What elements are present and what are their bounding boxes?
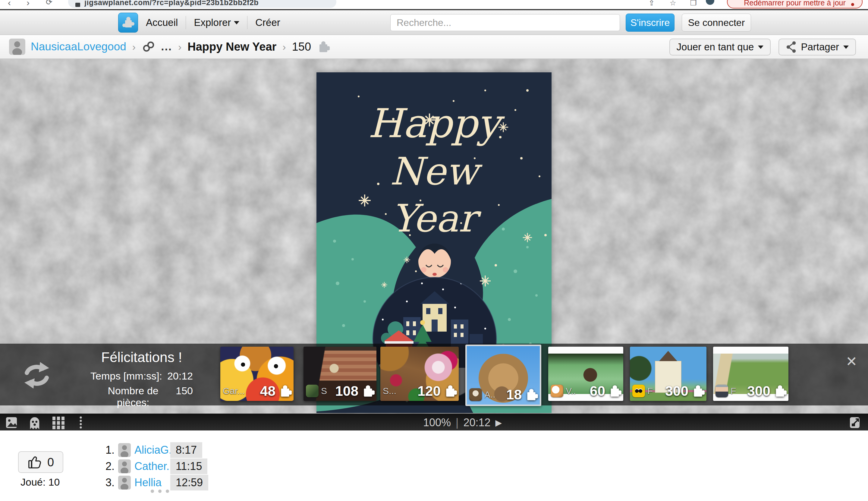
replay-icon[interactable]	[20, 360, 54, 390]
suggested-puzzle-thumb[interactable]: S... 120	[381, 347, 459, 401]
suggested-puzzle-thumb[interactable]: F 300	[630, 347, 706, 401]
thumb-piece-count: 18	[506, 386, 522, 403]
search-box	[390, 14, 620, 31]
breadcrumb-piece-count: 150	[292, 40, 311, 53]
browser-chrome: ‹ › ⟳ jigsawplanet.com/?rc=play&pid=23b1…	[0, 0, 868, 9]
lock-icon	[75, 3, 80, 7]
thumb-name: S	[321, 386, 327, 396]
nav-home-label: Accueil	[146, 17, 178, 28]
player-avatar	[118, 476, 131, 490]
breadcrumb-ellipsis[interactable]: ...	[161, 40, 172, 53]
rank: 1.	[103, 444, 115, 456]
thumb-piece-count: 108	[335, 383, 358, 399]
arrange-grid-icon[interactable]	[52, 416, 65, 429]
suggested-puzzle-thumb[interactable]: F 300	[713, 347, 789, 401]
player-name-link[interactable]: Hellia	[135, 476, 162, 489]
browser-tabs-icon[interactable]: ❐	[690, 0, 697, 7]
congrats-title: Félicitations !	[90, 349, 193, 365]
thumb-name: F	[731, 386, 736, 396]
user-avatar[interactable]	[9, 39, 25, 55]
more-options-icon[interactable]	[79, 416, 83, 430]
suggested-puzzle-thumb-selected[interactable]: A.. 18	[465, 344, 541, 406]
thumb-piece-count: 120	[417, 383, 441, 399]
background-image-icon[interactable]	[5, 416, 18, 429]
puzzle-piece-icon	[278, 384, 292, 398]
search-input[interactable]	[390, 14, 620, 31]
play-as-button[interactable]: Jouer en tant que	[669, 39, 771, 55]
like-count: 0	[47, 456, 54, 469]
breadcrumb-separator: ›	[282, 41, 286, 53]
nav-home[interactable]: Accueil	[146, 17, 178, 28]
thumb-name: A..	[484, 390, 495, 400]
thumb-author-avatar	[716, 385, 728, 397]
breadcrumb-album[interactable]: Happy New Year	[187, 40, 276, 53]
chevron-down-icon	[758, 45, 763, 49]
time-label: Temps [mm:ss]:	[90, 370, 162, 382]
zoom-level: 100%	[423, 416, 451, 429]
pieces-value: 150	[176, 385, 193, 408]
signup-button[interactable]: S'inscrire	[626, 13, 675, 32]
browser-update-button[interactable]: Redémarrer pour mettre à jour	[727, 0, 862, 9]
pieces-label: Nombre de pièces:	[90, 385, 176, 408]
suggested-puzzle-thumb[interactable]: Gar... 48	[220, 347, 293, 401]
browser-share-icon[interactable]: ⇪	[649, 0, 655, 7]
share-icon	[786, 41, 796, 53]
puzzle-info-footer: 0 Joué: 10 1. AliciaG... 8:17 2. Cather.…	[0, 430, 868, 501]
close-icon[interactable]: ✕	[846, 354, 857, 369]
nav-create-label: Créer	[255, 17, 280, 28]
leaderboard-row: 3. Hellia 12:59	[103, 476, 162, 490]
share-button[interactable]: Partager	[779, 39, 856, 55]
thumb-name: S...	[383, 386, 396, 396]
status-separator: |	[456, 416, 458, 429]
browser-reload-icon[interactable]: ⟳	[46, 0, 52, 7]
share-label: Partager	[801, 41, 839, 53]
fullscreen-icon[interactable]	[848, 416, 861, 429]
puzzle-piece-icon	[773, 384, 786, 398]
leaderboard-row: 1. AliciaG... 8:17	[103, 443, 178, 457]
time-value: 20:12	[167, 370, 193, 382]
congrats-panel: Félicitations ! Temps [mm:ss]:20:12 Nomb…	[90, 349, 193, 408]
suggested-puzzle-thumb[interactable]: S 108	[303, 347, 376, 401]
thumb-author-avatar	[469, 388, 482, 401]
site-navbar: Accueil Explorer Créer S'inscrire Se con…	[0, 9, 868, 35]
nav-create[interactable]: Créer	[255, 17, 280, 28]
address-bar[interactable]: jigsawplanet.com/?rc=play&pid=23b1b2bb2f…	[68, 0, 336, 8]
nav-explore[interactable]: Explorer	[194, 17, 239, 28]
rank: 3.	[103, 476, 115, 489]
browser-back-icon[interactable]: ‹	[8, 0, 11, 8]
player-name-link[interactable]: Cather...	[135, 460, 175, 473]
browser-forward-icon[interactable]: ›	[26, 0, 30, 8]
play-as-label: Jouer en tant que	[677, 41, 754, 53]
like-button[interactable]: 0	[18, 451, 63, 473]
suggested-puzzle-thumb[interactable]: V.. 60	[548, 347, 623, 401]
breadcrumb-user-link[interactable]: NausicaaLovegood	[31, 40, 126, 53]
ghost-preview-icon[interactable]	[28, 416, 41, 430]
puzzle-piece-icon	[608, 384, 621, 398]
breadcrumb-separator: ›	[132, 41, 136, 53]
person-icon	[118, 443, 131, 457]
puzzle-logo-icon	[121, 15, 135, 30]
player-toolbar: 100% | 20:12 ▶	[0, 414, 868, 430]
jigsawplanet-logo[interactable]	[118, 13, 138, 33]
nav-divider	[186, 16, 186, 29]
play-icon[interactable]: ▶	[495, 418, 502, 428]
thumb-name: F	[647, 386, 653, 396]
show-more-button[interactable]	[151, 490, 169, 493]
player-avatar	[118, 443, 131, 457]
nav-explore-label: Explorer	[194, 17, 231, 28]
breadcrumb-separator: ›	[178, 41, 182, 53]
browser-bookmark-icon[interactable]: ☆	[670, 0, 676, 7]
login-button[interactable]: Se connecter	[682, 13, 751, 32]
thumb-piece-count: 300	[747, 383, 770, 399]
thumb-author-avatar	[632, 385, 645, 397]
elapsed-time: 20:12	[463, 416, 490, 429]
url-text: jigsawplanet.com/?rc=play&pid=23b1b2bb2f…	[84, 0, 259, 7]
chevron-down-icon	[234, 21, 239, 24]
played-count: Joué: 10	[21, 476, 60, 488]
breadcrumb-bar: NausicaaLovegood › ... › Happy New Year …	[0, 35, 868, 59]
browser-profile-avatar[interactable]	[706, 0, 714, 5]
leaderboard-row: 2. Cather... 11:15	[103, 459, 175, 473]
thumbs-up-icon	[28, 455, 41, 469]
thumb-author-avatar	[306, 385, 319, 397]
player-time: 11:15	[170, 458, 207, 474]
